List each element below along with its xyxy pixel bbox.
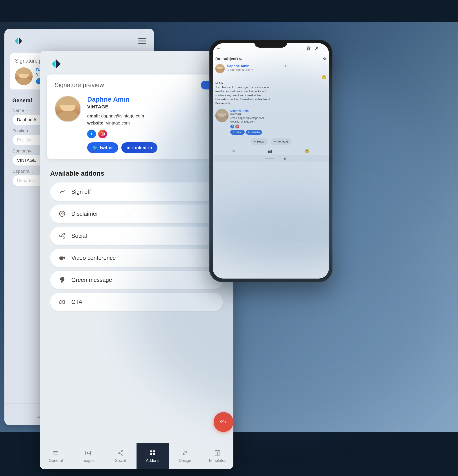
compose-icon[interactable]: ✏ — [232, 149, 236, 153]
phone-camera-icon[interactable]: ⏹ — [283, 157, 286, 160]
sig-company: VINTAGE — [87, 104, 218, 110]
templates-nav-icon — [214, 450, 220, 457]
smiley-icon[interactable]: 😊 — [305, 149, 309, 153]
addon-green-message[interactable]: Green message — [50, 271, 223, 289]
nav-social[interactable]: Social — [104, 443, 136, 469]
email-to: to john@gmail.com ▾ — [227, 68, 326, 71]
sig-content: Daphne Amin VINTAGE email: daphne@vintag… — [55, 96, 218, 153]
sig-email-phone: email: daphne@vintage.com — [230, 116, 264, 120]
phone-notch — [254, 40, 287, 48]
sig-avatar — [55, 96, 81, 122]
svg-marker-3 — [56, 60, 61, 68]
disclaimer-label: Disclaimer — [71, 211, 98, 217]
sig-buttons: 🐦 twitter in Linked in — [87, 142, 218, 153]
addon-video-conference[interactable]: Video conference — [50, 249, 223, 267]
reply-button[interactable]: ↩ Reply — [250, 138, 268, 145]
email-actions-section: ↩ Reply ↪ Forward — [213, 136, 329, 147]
forward-arrow-icon: ↪ — [274, 140, 276, 143]
email-body: Hi John, Just checking in to see if you … — [213, 80, 329, 107]
images-nav-label: Images — [82, 458, 94, 463]
nav-images[interactable]: Images — [72, 443, 104, 469]
video-conference-icon — [57, 253, 67, 263]
phone-screen: ← 🗑 ↗ ⋮ (no subject) 🏷 ☆ Daphne Amin ↩ ⋮ — [213, 43, 329, 279]
video-conference-label: Video conference — [71, 255, 116, 261]
more-icon[interactable]: ⋮ — [322, 46, 326, 51]
notification-badge: 99+ — [214, 412, 233, 432]
forward-label: Forward — [277, 140, 288, 143]
back-arrow-icon[interactable]: ← — [215, 45, 222, 52]
addon-social[interactable]: Social — [50, 227, 223, 245]
twitter-button[interactable]: 🐦 twitter — [87, 142, 118, 153]
svg-rect-4 — [101, 132, 104, 136]
emoji-icon[interactable]: 🙂 — [322, 75, 326, 80]
more-options-icon[interactable]: ⋮ — [323, 64, 326, 68]
addon-cta[interactable]: CTA — [50, 293, 223, 311]
phone-mockup: ← 🗑 ↗ ⋮ (no subject) 🏷 ☆ Daphne Amin ↩ ⋮ — [209, 40, 333, 282]
addon-sign-off[interactable]: Sign off — [50, 182, 223, 201]
email-action-icons: 🗑 ↗ ⋮ — [307, 46, 326, 51]
sender-avatar — [215, 64, 225, 73]
general-nav-icon — [53, 450, 59, 457]
menu-icon-behind[interactable] — [138, 38, 146, 44]
phone-back-icon[interactable]: ‹ — [256, 157, 257, 160]
nav-addons[interactable]: Addons — [136, 443, 169, 469]
panel-fg: Signature preview Daphne Amin VINTAGE em… — [40, 51, 233, 469]
forward-button[interactable]: ↪ Forward — [271, 138, 291, 145]
svg-point-10 — [59, 235, 61, 237]
nav-templates[interactable]: Templates — [201, 443, 233, 469]
svg-marker-16 — [63, 256, 65, 259]
website-value: vintage.com — [106, 120, 130, 125]
top-bar — [0, 0, 458, 22]
phone-nav-bar: ‹ ⏹ — [213, 155, 329, 162]
panel-behind-header — [4, 29, 154, 53]
email-msg: Daphne Amin ↩ ⋮ to john@gmail.com ▾ — [213, 62, 329, 75]
share-icon[interactable]: ↗ — [314, 46, 318, 51]
fb-icon-phone: f — [230, 125, 234, 128]
panel-header — [40, 51, 233, 75]
sign-off-label: Sign off — [71, 188, 91, 195]
svg-point-24 — [121, 450, 123, 452]
linkedin-sig-btn-phone[interactable]: in Linkedin — [246, 130, 262, 135]
chevron-down-icon: ▾ — [252, 68, 253, 71]
star-icon[interactable]: ☆ — [323, 56, 326, 61]
camera-icon[interactable]: 📷 — [267, 149, 272, 153]
facebook-icon[interactable]: f — [87, 130, 96, 138]
email-signature: Daphne Amin VINTAGE email: daphne@vintag… — [213, 107, 329, 136]
instagram-icon[interactable] — [98, 130, 107, 138]
subject-text: (no subject) — [215, 57, 238, 61]
design-nav-label: Design — [179, 458, 191, 463]
design-nav-icon — [182, 450, 188, 457]
svg-line-27 — [119, 453, 122, 454]
social-icon — [57, 231, 67, 241]
svg-marker-2 — [52, 60, 56, 68]
email-value: daphne@vintage.com — [101, 113, 144, 118]
svg-point-32 — [184, 452, 185, 453]
label-icon: 🏷 — [239, 57, 242, 61]
addons-nav-label: Addons — [146, 458, 159, 463]
addon-disclaimer[interactable]: Disclaimer — [50, 204, 223, 223]
svg-point-11 — [63, 233, 65, 235]
body-text: Hi John, Just checking in to see if you … — [215, 82, 326, 105]
reply-icon[interactable]: ↩ — [285, 64, 288, 68]
svg-line-13 — [61, 234, 63, 235]
trash-icon[interactable]: 🗑 — [307, 46, 311, 51]
social-nav-icon — [117, 450, 124, 457]
website-label: website: — [87, 120, 105, 125]
bottom-nav: General Images S — [40, 443, 233, 469]
general-nav-label: General — [49, 458, 63, 463]
nav-general[interactable]: General — [40, 443, 72, 469]
svg-line-14 — [61, 236, 63, 237]
twitter-bird-icon: 🐦 — [92, 145, 98, 150]
linkedin-button[interactable]: in Linked in — [121, 142, 158, 153]
sender-info: Daphne Amin ↩ ⋮ to john@gmail.com ▾ — [227, 64, 326, 73]
cta-label: CTA — [71, 299, 82, 306]
svg-rect-29 — [153, 450, 155, 452]
svg-rect-21 — [86, 451, 91, 455]
images-nav-icon — [85, 450, 91, 457]
sign-off-icon — [57, 187, 67, 196]
svg-point-25 — [121, 454, 123, 455]
reply-label: Reply — [257, 140, 265, 143]
twitter-sig-btn-phone[interactable]: 🐦 twitter — [230, 130, 245, 135]
svg-rect-30 — [150, 453, 152, 455]
nav-design[interactable]: Design — [169, 443, 201, 469]
